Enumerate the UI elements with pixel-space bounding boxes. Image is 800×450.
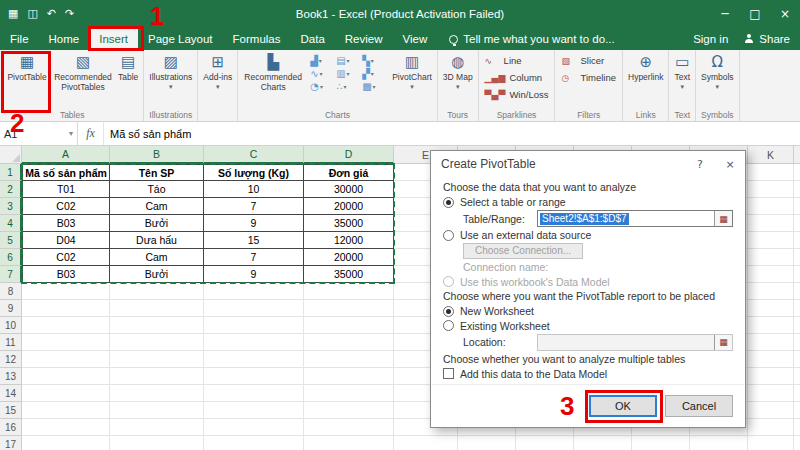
cell-d13[interactable] bbox=[304, 368, 394, 385]
cell-l1[interactable] bbox=[794, 164, 800, 181]
cell-c10[interactable] bbox=[204, 317, 304, 334]
timeline-button[interactable]: ◷Timeline bbox=[558, 69, 619, 86]
line-chart-button[interactable]: ∿▾ bbox=[310, 68, 333, 79]
cell-c4[interactable]: 9 bbox=[204, 215, 304, 232]
column-header-c[interactable]: C bbox=[204, 146, 304, 164]
cell-c3[interactable]: 7 bbox=[204, 198, 304, 215]
radio-select-table-or-range[interactable]: Select a table or range bbox=[443, 196, 733, 209]
column-header-l[interactable]: L bbox=[794, 146, 800, 164]
row-header-8[interactable]: 8 bbox=[0, 283, 22, 300]
cell-d12[interactable] bbox=[304, 351, 394, 368]
redo-icon[interactable]: ↷ bbox=[65, 0, 74, 28]
cell-h17[interactable] bbox=[574, 436, 632, 450]
cell-d5[interactable]: 12000 bbox=[304, 232, 394, 249]
cell-c8[interactable] bbox=[204, 283, 304, 300]
tab-data[interactable]: Data bbox=[291, 28, 335, 50]
surface-chart-button[interactable]: ▩▾ bbox=[362, 81, 385, 92]
save-icon[interactable]: ◫ bbox=[27, 0, 37, 28]
row-header-17[interactable]: 17 bbox=[0, 436, 22, 450]
slicer-button[interactable]: ▧Slicer bbox=[558, 52, 607, 69]
ok-button[interactable]: OK bbox=[589, 395, 657, 417]
name-box-dropdown-icon[interactable]: ▾ bbox=[69, 129, 73, 138]
row-header-9[interactable]: 9 bbox=[0, 300, 22, 317]
cell-a1[interactable]: Mã số sản phẩm bbox=[22, 164, 110, 181]
cell-c9[interactable] bbox=[204, 300, 304, 317]
recommended-charts-button[interactable]: ▙Recommended Charts bbox=[241, 52, 305, 94]
row-header-10[interactable]: 10 bbox=[0, 317, 22, 334]
row-header-12[interactable]: 12 bbox=[0, 351, 22, 368]
cell-a17[interactable] bbox=[22, 436, 110, 450]
cell-d2[interactable]: 30000 bbox=[304, 181, 394, 198]
cell-l2[interactable] bbox=[794, 181, 800, 198]
cell-d3[interactable]: 20000 bbox=[304, 198, 394, 215]
combo-chart-button[interactable]: ▞▾ bbox=[362, 68, 385, 79]
cell-b1[interactable]: Tên SP bbox=[110, 164, 204, 181]
close-button[interactable]: × bbox=[770, 0, 800, 28]
cell-b4[interactable]: Bưởi bbox=[110, 215, 204, 232]
cell-l12[interactable] bbox=[794, 351, 800, 368]
cell-c17[interactable] bbox=[204, 436, 304, 450]
checkbox-add-to-data-model[interactable]: Add this data to the Data Model bbox=[443, 367, 733, 380]
cell-b16[interactable] bbox=[110, 419, 204, 436]
cell-c13[interactable] bbox=[204, 368, 304, 385]
cell-b7[interactable]: Bưởi bbox=[110, 266, 204, 283]
insert-function-button[interactable]: fx bbox=[78, 122, 104, 145]
cell-l5[interactable] bbox=[794, 232, 800, 249]
cell-l4[interactable] bbox=[794, 215, 800, 232]
cell-l6[interactable] bbox=[794, 249, 800, 266]
radio-selected-icon[interactable] bbox=[443, 197, 454, 208]
pie-chart-button[interactable]: ◔▾ bbox=[310, 81, 333, 92]
column-header-b[interactable]: B bbox=[110, 146, 204, 164]
pivottable-button[interactable]: ▦PivotTable bbox=[4, 52, 50, 85]
row-header-4[interactable]: 4 bbox=[0, 215, 22, 232]
row-header-2[interactable]: 2 bbox=[0, 181, 22, 198]
dialog-help-button[interactable]: ? bbox=[685, 151, 715, 177]
cell-l13[interactable] bbox=[794, 368, 800, 385]
row-header-1[interactable]: 1 bbox=[0, 164, 22, 181]
sparkline-column-button[interactable]: ▁▄▆Column bbox=[482, 69, 546, 86]
choose-connection-button[interactable]: Choose Connection... bbox=[463, 243, 583, 259]
cell-a15[interactable] bbox=[22, 402, 110, 419]
cell-k7[interactable] bbox=[748, 266, 794, 283]
cell-b6[interactable]: Cam bbox=[110, 249, 204, 266]
cell-g17[interactable] bbox=[516, 436, 574, 450]
share-button[interactable]: Share bbox=[744, 33, 790, 45]
cell-k12[interactable] bbox=[748, 351, 794, 368]
cell-a14[interactable] bbox=[22, 385, 110, 402]
cell-b15[interactable] bbox=[110, 402, 204, 419]
text-button[interactable]: ▭Text▾ bbox=[672, 52, 692, 93]
cell-l16[interactable] bbox=[794, 419, 800, 436]
formula-bar-value[interactable]: Mã số sản phẩm bbox=[104, 122, 800, 145]
row-header-6[interactable]: 6 bbox=[0, 249, 22, 266]
cell-e17[interactable] bbox=[394, 436, 458, 450]
cell-b12[interactable] bbox=[110, 351, 204, 368]
cell-c2[interactable]: 10 bbox=[204, 181, 304, 198]
cell-c16[interactable] bbox=[204, 419, 304, 436]
radio-unselected-icon[interactable] bbox=[443, 320, 454, 331]
cell-k9[interactable] bbox=[748, 300, 794, 317]
column-header-a[interactable]: A bbox=[22, 146, 110, 164]
radio-unselected-icon[interactable] bbox=[443, 230, 454, 241]
sparkline-winloss-button[interactable]: ▀▄▀Win/Loss bbox=[482, 86, 552, 103]
cell-a8[interactable] bbox=[22, 283, 110, 300]
cell-c6[interactable]: 7 bbox=[204, 249, 304, 266]
cell-k1[interactable] bbox=[748, 164, 794, 181]
cell-k2[interactable] bbox=[748, 181, 794, 198]
row-header-16[interactable]: 16 bbox=[0, 419, 22, 436]
cell-k15[interactable] bbox=[748, 402, 794, 419]
waterfall-chart-button[interactable]: ▚▾ bbox=[362, 55, 385, 66]
table-range-input[interactable]: Sheet2!$A$1:$D$7 ▦ bbox=[537, 210, 733, 227]
hierarchy-chart-button[interactable]: ▤▾ bbox=[336, 55, 359, 66]
cell-a4[interactable]: B03 bbox=[22, 215, 110, 232]
cell-l9[interactable] bbox=[794, 300, 800, 317]
row-header-7[interactable]: 7 bbox=[0, 266, 22, 283]
column-header-d[interactable]: D bbox=[304, 146, 394, 164]
cell-c1[interactable]: Số lượng (Kg) bbox=[204, 164, 304, 181]
radio-existing-worksheet[interactable]: Existing Worksheet bbox=[443, 319, 733, 332]
cell-d6[interactable]: 20000 bbox=[304, 249, 394, 266]
name-box[interactable]: A1 ▾ bbox=[0, 122, 78, 145]
cell-b2[interactable]: Táo bbox=[110, 181, 204, 198]
dialog-close-button[interactable]: × bbox=[715, 151, 745, 177]
row-header-11[interactable]: 11 bbox=[0, 334, 22, 351]
cell-k4[interactable] bbox=[748, 215, 794, 232]
